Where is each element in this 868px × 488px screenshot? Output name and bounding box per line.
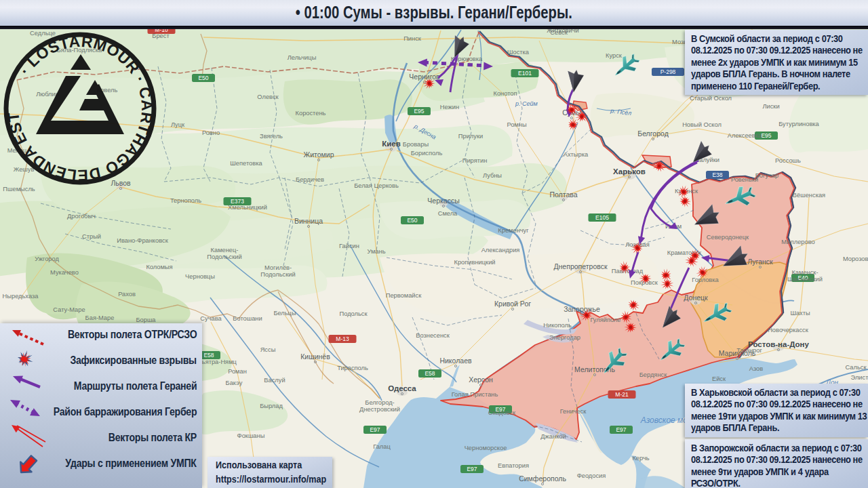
svg-text:Мукачево: Мукачево [50,269,79,276]
svg-text:E97: E97 [616,426,626,433]
svg-text:E97: E97 [467,466,477,472]
svg-text:Бердичев: Бердичев [296,176,324,183]
svg-text:Сату-Маре: Сату-Маре [53,306,85,313]
svg-text:Лельчицы: Лельчицы [288,54,317,61]
svg-text:Азов: Азов [749,365,764,372]
svg-text:Керчь: Керчь [632,455,649,462]
svg-text:Каменец-: Каменец- [211,247,239,253]
svg-text:М-21: М-21 [615,391,629,398]
svg-text:Горловка: Горловка [692,277,719,283]
svg-text:Александрия: Александрия [481,247,520,253]
svg-text:Морозовск: Морозовск [843,256,868,262]
svg-text:Пшемысль: Пшемысль [3,186,35,192]
svg-text:Васлуй: Васлуй [264,377,285,384]
svg-text:Черкассы: Черкассы [427,197,459,205]
svg-text:Полтава: Полтава [549,190,577,199]
svg-text:Е38: Е38 [712,171,722,178]
svg-text:Голая Пристань: Голая Пристань [452,391,498,398]
svg-text:Шепетовка: Шепетовка [230,160,262,167]
svg-text:Бакэу: Бакэу [226,380,243,386]
svg-text:Россошь: Россошь [775,157,801,164]
svg-text:Таганрог: Таганрог [736,347,762,354]
svg-text:Ахтырка: Ахтырка [564,151,589,158]
svg-text:Богучар: Богучар [755,172,779,179]
svg-text:E95: E95 [414,108,424,115]
svg-text:E101: E101 [518,70,532,77]
svg-text:E105: E105 [595,214,609,221]
svg-text:Лубны: Лубны [483,172,502,179]
svg-text:Сальск: Сальск [846,364,867,371]
svg-text:Запорожье: Запорожье [564,305,600,313]
svg-text:Жешув: Жешув [14,166,35,173]
svg-text:Гайсин: Гайсин [339,243,359,249]
svg-text:Шахтинский: Шахтинский [787,276,823,283]
svg-text:Львов: Львов [111,179,131,187]
svg-text:Подольский: Подольский [260,271,295,278]
svg-text:Черновцы: Черновцы [185,273,215,280]
svg-text:Кишинёв: Кишинёв [300,352,330,361]
svg-text:Киев: Киев [382,140,401,148]
svg-text:Могилёв-: Могилёв- [264,264,292,271]
svg-text:Алексеевка: Алексеевка [728,132,762,139]
svg-text:Фокшаны: Фокшаны [237,432,265,439]
svg-text:Шостка: Шостка [507,49,530,56]
svg-text:Олевск: Олевск [257,94,279,100]
svg-text:Прилуки: Прилуки [458,133,483,140]
svg-text:Евпатория: Евпатория [498,462,529,469]
svg-text:Ивано-Франковск: Ивано-Франковск [117,237,168,244]
svg-text:Донецк: Донецк [684,293,708,302]
svg-text:Николаев: Николаев [439,357,472,365]
svg-text:Первомайск: Первомайск [386,292,422,299]
svg-text:Бельцы: Бельцы [273,310,296,317]
svg-text:Пьятра-Нямц: Пьятра-Нямц [197,359,237,365]
svg-text:Борша: Борша [136,317,156,323]
svg-text:Курск: Курск [606,52,623,59]
svg-text:Джанкой: Джанкой [540,433,566,440]
svg-text:Кривой Рог: Кривой Рог [494,300,531,308]
svg-text:Коломыя: Коломыя [146,264,172,270]
svg-text:Шахты: Шахты [790,310,810,317]
svg-text:Одесса: Одесса [388,384,416,392]
svg-text:Феодосия: Феодосия [577,472,606,479]
svg-text:Лиски: Лиски [762,103,779,110]
svg-text:Белгород-: Белгород- [365,399,394,406]
svg-text:Белая Церковь: Белая Церковь [354,182,399,189]
svg-text:E58: E58 [425,370,435,377]
svg-text:Галац: Галац [373,443,391,450]
svg-text:Ботошани: Ботошани [233,315,262,322]
svg-text:Коростень: Коростень [296,110,326,117]
svg-text:Тирасполь: Тирасполь [337,365,368,371]
svg-text:E50: E50 [198,75,208,81]
svg-text:Бердянск: Бердянск [639,371,667,378]
svg-text:Луганск: Луганск [747,258,773,266]
svg-text:Симферополь: Симферополь [519,474,566,483]
svg-text:Старый Оскол: Старый Оскол [690,95,732,102]
svg-text:Конотоп: Конотоп [493,90,517,97]
svg-text:Харьков: Харьков [613,167,646,176]
svg-text:Белгород: Белгород [637,129,669,138]
svg-text:Северодонецк: Северодонецк [707,234,749,241]
svg-text:Ромны: Ромны [507,121,526,128]
svg-text:Борисполь: Борисполь [411,150,443,157]
svg-text:Черноморское: Черноморское [465,445,507,451]
svg-text:Винница: Винница [294,217,323,225]
svg-text:Херсон: Херсон [469,375,493,384]
svg-text:E50: E50 [407,217,417,224]
svg-text:Сучава: Сучава [200,315,222,322]
svg-text:Пинск: Пинск [403,35,422,42]
svg-text:Пирятин: Пирятин [462,157,488,164]
svg-text:Стрый: Стрый [82,233,101,240]
svg-text:Никополь: Никополь [543,322,572,329]
svg-text:Миллерово: Миллерово [781,239,814,245]
svg-text:Ровеньки: Ровеньки [731,176,758,183]
svg-text:Кропивницкий: Кропивницкий [454,259,495,266]
svg-text:Звягель: Звягель [260,133,283,140]
svg-text:Каменск-: Каменск- [791,269,818,276]
svg-text:Энергодар: Энергодар [549,334,580,341]
svg-text:Чернигов: Чернигов [409,73,440,81]
svg-text:Элиста: Элиста [851,374,868,381]
svg-text:Скадовск: Скадовск [488,409,516,416]
svg-text:Житомир: Житомир [303,150,334,159]
svg-text:Днестровский: Днестровский [359,406,400,413]
svg-text:Подольский: Подольский [207,253,241,260]
